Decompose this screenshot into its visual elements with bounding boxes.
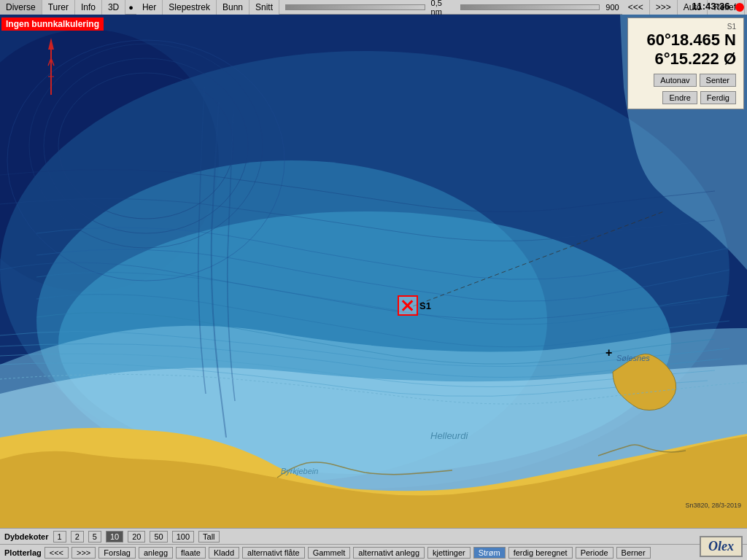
plot-btn-ferdig[interactable]: ferdig beregnet — [508, 547, 573, 559]
btn-diverse[interactable]: Diverse — [0, 0, 42, 15]
plot-btn-strom[interactable]: Strøm — [473, 547, 506, 559]
plot-btn-kjettinger[interactable]: kjettinger — [427, 547, 471, 559]
range-label: 0,5 nm — [431, 0, 454, 16]
btn-autonav[interactable]: Autonav — [654, 74, 696, 87]
s1-label: S1 — [419, 300, 431, 311]
depth-btn-50[interactable]: 50 — [150, 531, 167, 542]
plot-btn-flaate[interactable]: flaate — [176, 547, 206, 559]
plot-btn-kladd[interactable]: Kladd — [209, 547, 239, 559]
svg-marker-11 — [48, 38, 54, 50]
plot-btn-anlegg[interactable]: anlegg — [139, 547, 173, 559]
label-byrkjebein: Byrkjebein — [281, 467, 318, 475]
waypoint-x-icon[interactable] — [398, 295, 418, 316]
record-indicator — [735, 3, 744, 12]
depth-btn-100[interactable]: 100 — [172, 531, 194, 542]
plot-btn-alt-anlegg[interactable]: alternativt anlegg — [353, 547, 425, 559]
plot-btn-periode[interactable]: Periode — [576, 547, 614, 559]
panel-btn-row2: Endre Ferdig — [635, 91, 736, 104]
map-area: Ingen bunnkalkulering S1 60°18.465 N 6°1… — [0, 15, 747, 528]
depth-btn-1[interactable]: 1 — [53, 531, 66, 542]
alert-box: Ingen bunnkalkulering — [1, 18, 104, 31]
btn-endre[interactable]: Endre — [662, 91, 697, 104]
depth-btn-2[interactable]: 2 — [71, 531, 84, 542]
depth-btn-tall[interactable]: Tall — [198, 531, 220, 542]
plot-btn-alt-flate[interactable]: alternativt flåte — [242, 547, 305, 559]
depth-btn-20[interactable]: 20 — [128, 531, 145, 542]
plot-nav-back[interactable]: <<< — [44, 547, 69, 559]
depth-btn-5[interactable]: 5 — [88, 531, 101, 542]
s1-marker[interactable]: S1 — [398, 295, 431, 316]
olex-logo: Olex — [700, 536, 743, 557]
clock-display: 11:43:36 — [692, 1, 744, 12]
chart-source-label: Sn3820, 28/3-2019 — [685, 502, 741, 509]
label-solesnes: Sølesnes — [616, 354, 650, 362]
olex-text: Olex — [708, 539, 734, 553]
btn-nav-fwd[interactable]: >>> — [650, 0, 678, 15]
btn-slepestrek[interactable]: Slepestrek — [163, 0, 217, 15]
btn-turer[interactable]: Turer — [42, 0, 75, 15]
plot-nav-fwd[interactable]: >>> — [71, 547, 96, 559]
depth-range-label: 900 — [605, 3, 619, 12]
plot-bar: Plotterlag <<< >>> Forslag anlegg flaate… — [0, 544, 747, 560]
dybdekoter-label: Dybdekoter — [4, 532, 49, 541]
btn-3d[interactable]: 3D — [102, 0, 125, 15]
depth-bar: Dybdekoter 1 2 5 10 20 50 100 Tall — [0, 528, 747, 544]
plotterlag-label: Plotterlag — [4, 548, 42, 557]
plus-marker: + — [605, 346, 612, 359]
compass — [44, 36, 58, 102]
btn-bunn[interactable]: Bunn — [217, 0, 249, 15]
top-bar: Diverse Turer Info 3D ● Her Slepestrek B… — [0, 0, 747, 15]
info-panel: S1 60°18.465 N 6°15.222 Ø Autonav Senter… — [627, 18, 744, 109]
range-slider[interactable] — [285, 4, 425, 10]
range-slider-area: 0,5 nm 900 — [279, 0, 622, 16]
label-helleurdi: Helleurdi — [430, 430, 468, 441]
btn-info[interactable]: Info — [75, 0, 102, 15]
panel-waypoint-label: S1 — [635, 23, 736, 31]
btn-nav-back[interactable]: <<< — [622, 0, 650, 15]
compass-arrow-svg — [44, 36, 58, 102]
plot-btn-forslag[interactable]: Forslag — [98, 547, 136, 559]
alert-text: Ingen bunnkalkulering — [6, 19, 99, 29]
panel-lat: 60°18.465 N — [635, 31, 736, 50]
btn-snitt[interactable]: Snitt — [249, 0, 279, 15]
panel-lon: 6°15.222 Ø — [635, 50, 736, 69]
btn-her[interactable]: Her — [136, 0, 163, 15]
plot-btn-gammelt[interactable]: Gammelt — [308, 547, 351, 559]
depth-btn-10[interactable]: 10 — [106, 531, 123, 542]
btn-senter[interactable]: Senter — [700, 74, 736, 87]
plot-btn-berner[interactable]: Berner — [616, 547, 651, 559]
panel-btn-row: Autonav Senter — [635, 74, 736, 87]
depth-slider[interactable] — [460, 4, 600, 10]
btn-ferdig[interactable]: Ferdig — [700, 91, 736, 104]
